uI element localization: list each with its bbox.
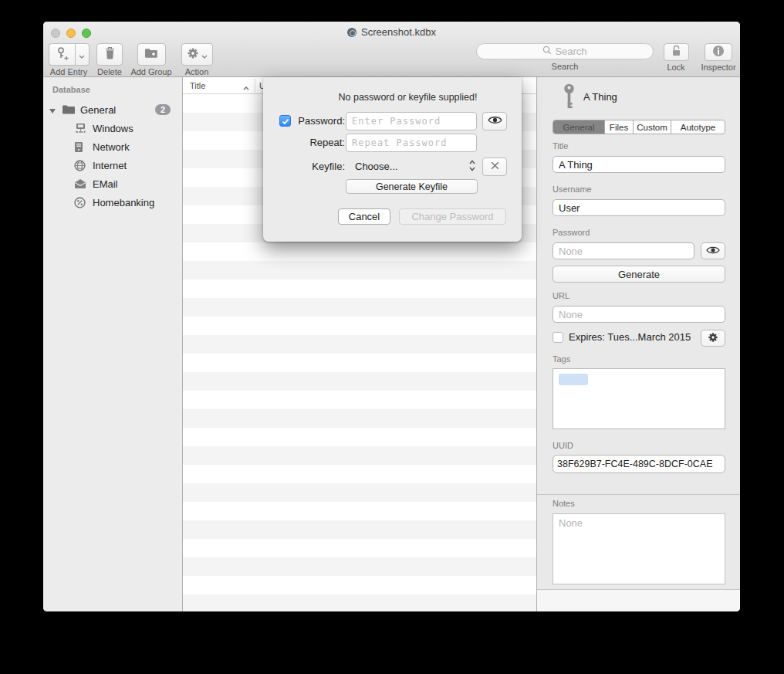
column-header-title[interactable]: Title — [190, 81, 205, 90]
window-title-bar: Screenshot.kdbx — [43, 22, 740, 42]
sidebar-header: Database — [43, 82, 182, 100]
username-field-label: Username — [553, 185, 592, 194]
action-button[interactable] — [181, 43, 213, 66]
expires-checkbox[interactable] — [553, 332, 563, 343]
folder-icon — [62, 104, 76, 115]
title-field[interactable] — [553, 156, 725, 173]
info-icon — [712, 45, 725, 60]
sidebar-item-general[interactable]: General 2 — [43, 100, 182, 119]
dialog-message: No password or keyfile supplied! — [294, 92, 522, 103]
notes-label: Notes — [553, 499, 575, 508]
inspector-footer — [537, 589, 740, 611]
sort-ascending-icon — [243, 83, 249, 92]
tags-field[interactable] — [553, 368, 725, 429]
add-group-button[interactable] — [137, 43, 166, 66]
password-field[interactable] — [553, 242, 694, 259]
notes-divider — [537, 494, 740, 495]
add-entry-dropdown[interactable] — [75, 43, 90, 66]
sidebar-item-label: Windows — [93, 123, 133, 134]
sidebar-item-label: General — [80, 104, 116, 116]
generate-password-button[interactable]: Generate — [553, 266, 725, 283]
tab-general[interactable]: General — [553, 120, 605, 134]
entry-title-heading: A Thing — [583, 91, 617, 103]
expires-label: Expires: Tues...March 2015 — [569, 331, 691, 343]
expires-settings-button[interactable] — [701, 330, 725, 347]
inspector-button[interactable] — [705, 43, 732, 61]
tag-token[interactable] — [559, 374, 588, 385]
sidebar-item-network[interactable]: Network — [43, 137, 182, 156]
enter-password-field[interactable] — [346, 112, 477, 130]
add-entry-label: Add Entry — [50, 67, 87, 76]
delete-label: Delete — [97, 67, 122, 76]
gear-icon — [187, 47, 199, 63]
trash-icon — [104, 46, 116, 63]
uuid-label: UUID — [553, 441, 573, 450]
folder-plus-icon — [144, 47, 158, 62]
repeat-password-field[interactable] — [346, 134, 477, 152]
search-input[interactable]: Search — [476, 43, 654, 59]
gear-icon — [708, 332, 718, 345]
server-icon — [74, 141, 83, 153]
toolbar: Screenshot.kdbx Add Entry — [43, 22, 740, 77]
lock-label: Lock — [667, 63, 684, 72]
sidebar: Database General 2 Windows — [43, 77, 183, 611]
chevron-down-icon — [79, 48, 85, 62]
action-label: Action — [185, 67, 209, 76]
notes-field[interactable] — [553, 513, 725, 584]
repeat-label: Repeat: — [269, 137, 345, 148]
generate-keyfile-button[interactable]: Generate Keyfile — [346, 179, 478, 194]
eye-icon — [706, 246, 720, 257]
disclosure-triangle-icon[interactable] — [49, 104, 56, 116]
close-x-icon — [490, 160, 500, 174]
delete-button[interactable] — [96, 43, 123, 66]
chevron-down-icon — [201, 48, 208, 62]
reveal-password-button[interactable] — [701, 242, 725, 259]
sidebar-item-homebanking[interactable]: Homebanking — [43, 193, 182, 212]
stepper-icon[interactable] — [468, 159, 476, 175]
username-field[interactable] — [553, 199, 725, 216]
key-icon — [563, 83, 576, 113]
tab-files[interactable]: Files — [605, 120, 634, 134]
sidebar-item-label: EMail — [93, 178, 118, 190]
sidebar-item-email[interactable]: EMail — [43, 174, 182, 193]
show-password-button[interactable] — [482, 112, 507, 130]
document-proxy-icon — [347, 28, 357, 37]
tab-custom[interactable]: Custom — [634, 120, 671, 134]
clear-keyfile-button[interactable] — [482, 157, 507, 176]
search-icon — [542, 46, 552, 57]
password-label: Password: — [269, 115, 345, 127]
url-field-label: URL — [553, 291, 569, 300]
add-group-label: Add Group — [130, 67, 171, 76]
tab-autotype[interactable]: Autotype — [671, 120, 725, 134]
password-field-label: Password — [553, 228, 590, 237]
window-title: Screenshot.kdbx — [361, 26, 436, 38]
change-password-dialog: No password or keyfile supplied! Passwor… — [263, 77, 522, 242]
url-field[interactable] — [553, 306, 725, 323]
lock-button[interactable] — [664, 43, 689, 61]
sidebar-item-windows[interactable]: Windows — [43, 119, 182, 137]
globe-icon — [74, 160, 86, 171]
inspector-tabs: General Files Custom Autotype — [553, 120, 725, 134]
search-placeholder: Search — [555, 46, 586, 57]
sidebar-item-label: Internet — [93, 160, 127, 171]
unlock-icon — [671, 44, 682, 60]
tags-label: Tags — [553, 354, 570, 364]
cancel-button[interactable]: Cancel — [338, 208, 390, 225]
entry-count-badge: 2 — [155, 104, 171, 115]
workgroup-icon — [74, 123, 87, 134]
keyfile-label: Keyfile: — [269, 161, 345, 172]
app-window: Screenshot.kdbx Add Entry — [43, 22, 740, 611]
envelope-icon — [74, 178, 86, 189]
key-plus-icon — [56, 46, 69, 63]
add-entry-button[interactable] — [49, 43, 75, 66]
column-divider[interactable] — [255, 79, 255, 93]
uuid-field[interactable] — [553, 455, 725, 473]
change-password-button[interactable]: Change Password — [399, 208, 506, 225]
percent-icon — [74, 197, 86, 208]
inspector-label: Inspector — [701, 63, 735, 72]
eye-icon — [488, 114, 502, 128]
sidebar-item-label: Homebanking — [93, 197, 154, 208]
sidebar-item-label: Network — [93, 141, 130, 153]
sidebar-item-internet[interactable]: Internet — [43, 156, 182, 174]
keyfile-popup[interactable]: Choose... — [355, 161, 398, 172]
